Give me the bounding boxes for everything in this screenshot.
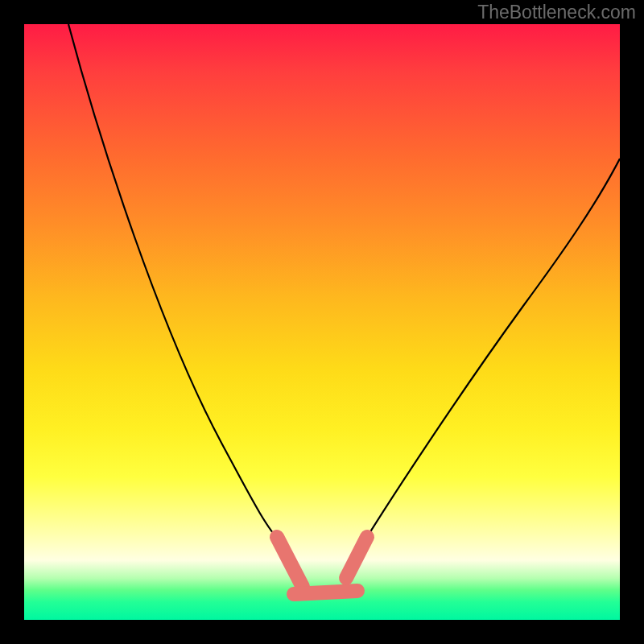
pink-right-segment [346, 537, 367, 578]
watermark-text: TheBottleneck.com [477, 2, 636, 23]
curves-svg [24, 24, 620, 620]
right-black-curve [359, 159, 620, 550]
chart-frame: TheBottleneck.com [0, 0, 644, 644]
left-black-curve [68, 24, 282, 543]
pink-left-segment [277, 537, 303, 587]
plot-area [24, 24, 620, 620]
pink-bottom-segment [294, 591, 357, 594]
